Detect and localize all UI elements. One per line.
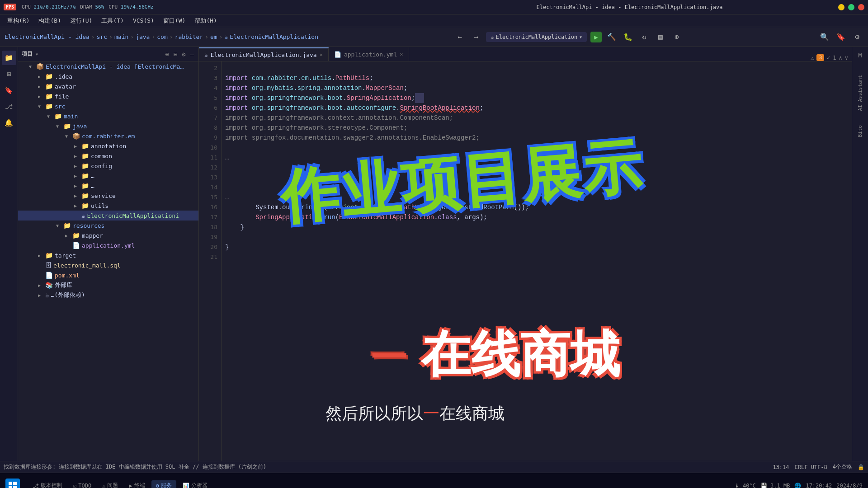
breadcrumb: ElectronicMallApi - idea › src › main › … <box>5 33 318 40</box>
tree-dropdown[interactable]: ▾ <box>35 51 38 57</box>
code-editor[interactable]: 2 3 4 5 6 7 8 9 10 11 12 13 14 15 16 17 … <box>199 61 852 461</box>
breadcrumb-em[interactable]: em <box>210 33 217 40</box>
tabs-bar: ☕ ElectronicMallApplication.java ✕ 📄 app… <box>199 47 852 61</box>
breadcrumb-rabbiter[interactable]: rabbiter <box>175 33 203 40</box>
tree-ext-libs[interactable]: ▶ 📚 外部库 <box>18 280 198 290</box>
status-bar: 找到数据库连接形参: 连接到数据库以在 IDE 中编辑数据并使用 SQL 补全 … <box>0 461 868 473</box>
menu-help[interactable]: 帮助(H) <box>191 16 220 26</box>
settings-button[interactable]: ⚙ <box>851 31 863 43</box>
tree-collapse-btn[interactable]: ⊟ <box>173 50 178 59</box>
tab-version-control[interactable]: ⎇ 版本控制 <box>28 480 67 488</box>
tree-mapper-res[interactable]: ▶ 📁 mapper <box>18 230 198 240</box>
tree-root[interactable]: ▼ 📦 ElectronicMallApi - idea [Electronic… <box>18 61 198 71</box>
menu-run[interactable]: 运行(U) <box>66 16 96 26</box>
build-button[interactable]: 🔨 <box>605 31 618 43</box>
tree-common[interactable]: ▶ 📁 common <box>18 151 198 161</box>
tab-main-close[interactable]: ✕ <box>320 52 323 58</box>
status-lock-icon: 🔒 <box>858 464 864 470</box>
git-icon[interactable]: ⎇ <box>2 99 16 114</box>
ai-assistant-panel[interactable]: AI Assistant <box>856 72 864 113</box>
breadcrumb-src[interactable]: src <box>97 33 107 40</box>
status-line-col[interactable]: 13:14 <box>773 464 789 470</box>
debug-button[interactable]: 🐛 <box>622 31 634 43</box>
maven-btn[interactable]: M <box>854 49 867 61</box>
nav-up[interactable]: ∧ <box>839 55 842 61</box>
tab-yaml-close[interactable]: ✕ <box>400 51 403 57</box>
tab-terminal[interactable]: ▶ 终端 <box>124 480 149 488</box>
menu-build[interactable]: 构建(B) <box>35 16 64 26</box>
tree-utils[interactable]: ▶ 📁 utils <box>18 201 198 211</box>
breadcrumb-java[interactable]: java <box>136 33 150 40</box>
run-button[interactable]: ▶ <box>590 32 601 42</box>
taskbar-date: 2024/8/9 <box>836 483 863 488</box>
structure-icon[interactable]: ⊞ <box>2 67 16 81</box>
tree-app-yaml[interactable]: 📄 application.yml <box>18 240 198 250</box>
tree-sql[interactable]: 🗄 electronic_mall.sql <box>18 260 198 270</box>
menu-window[interactable]: 窗口(W) <box>160 16 189 26</box>
analyzer-label: 分析器 <box>191 482 208 488</box>
tree-config[interactable]: ▶ 📁 config <box>18 161 198 171</box>
tree-entity[interactable]: ▶ 📁 … <box>18 181 198 191</box>
update-button[interactable]: ↻ <box>638 31 651 43</box>
status-indent[interactable]: 4个空格 <box>833 463 852 471</box>
project-view-icon[interactable]: 📁 <box>2 51 16 65</box>
tree-main-class[interactable]: ☕ ElectronicMallApplicationi <box>18 211 198 221</box>
coverage-button[interactable]: ▤ <box>654 31 667 43</box>
tree-resources[interactable]: ▼ 📁 resources <box>18 221 198 230</box>
tree-sdk[interactable]: ▶ ☕ …(外部依赖) <box>18 290 198 300</box>
tree-idea[interactable]: ▶ 📁 .idea <box>18 71 198 81</box>
minimize-button[interactable] <box>838 4 844 10</box>
bookmark-button[interactable]: 🔖 <box>835 31 847 43</box>
forward-button[interactable]: → <box>470 31 482 43</box>
tab-main-java[interactable]: ☕ ElectronicMallApplication.java ✕ <box>199 47 329 61</box>
tab-services[interactable]: ⚙ 服务 <box>151 480 176 488</box>
tree-settings-btn[interactable]: ⚙ <box>181 50 186 59</box>
code-content[interactable]: import com.rabbiter.em.utils.PathUtils; … <box>222 61 852 461</box>
svg-rect-1 <box>13 482 17 485</box>
terminal-label: 终端 <box>134 482 145 488</box>
notification-icon[interactable]: 🔔 <box>2 116 16 130</box>
breadcrumb-com[interactable]: com <box>157 33 167 40</box>
back-button[interactable]: ← <box>453 31 466 43</box>
profile-button[interactable]: ⊕ <box>670 31 683 43</box>
run-configuration[interactable]: ☕ ElectronicMallApplication ▾ <box>486 32 587 42</box>
tree-avatar-label: avatar <box>55 83 76 90</box>
search-button[interactable]: 🔍 <box>818 31 831 43</box>
tree-controller[interactable]: ▶ 📁 … <box>18 171 198 181</box>
menu-rebuild[interactable]: 重构(R) <box>4 16 33 26</box>
nav-down[interactable]: ∨ <box>845 55 848 61</box>
tree-com-rabbiter[interactable]: ▼ 📦 com.rabbiter.em <box>18 131 198 141</box>
breadcrumb-project[interactable]: ElectronicMallApi - idea <box>5 33 90 40</box>
bookmark-icon[interactable]: 🔖 <box>2 83 16 98</box>
tree-annotation-label: annotation <box>91 143 126 150</box>
tree-sdk-label: …(外部依赖) <box>51 291 85 299</box>
error-badge: 1 <box>833 55 836 61</box>
breadcrumb-class[interactable]: ElectronicMallApplication <box>230 33 318 40</box>
tree-main[interactable]: ▼ 📁 main <box>18 111 198 121</box>
tree-avatar[interactable]: ▶ 📁 avatar <box>18 81 198 91</box>
status-crlf[interactable]: CRLF UTF-8 <box>795 464 827 470</box>
tree-config-label: config <box>91 163 112 169</box>
tab-problems[interactable]: ⚠ 问题 <box>98 480 123 488</box>
tree-src[interactable]: ▼ 📁 src <box>18 101 198 111</box>
tree-close-btn[interactable]: — <box>189 50 195 59</box>
close-button[interactable] <box>858 4 864 10</box>
vc-icon: ⎇ <box>33 483 39 488</box>
tree-java[interactable]: ▼ 📁 java <box>18 121 198 131</box>
tree-pom[interactable]: 📄 pom.xml <box>18 270 198 280</box>
tree-service[interactable]: ▶ 📁 service <box>18 191 198 201</box>
menu-vcs[interactable]: VCS(S) <box>129 16 158 25</box>
tree-annotation[interactable]: ▶ 📁 annotation <box>18 141 198 151</box>
maximize-button[interactable] <box>848 4 854 10</box>
breadcrumb-main[interactable]: main <box>114 33 128 40</box>
tab-yaml[interactable]: 📄 application.yml ✕ <box>329 47 409 61</box>
tree-file[interactable]: ▶ 📁 file <box>18 91 198 101</box>
menu-tools[interactable]: 工具(T) <box>98 16 127 26</box>
bito-panel[interactable]: Bito <box>856 122 864 140</box>
tab-todo[interactable]: ☑ TODO <box>69 481 96 488</box>
tree-locate-btn[interactable]: ⊕ <box>164 50 170 59</box>
tree-main-class-label: ElectronicMallApplicationi <box>87 212 179 219</box>
tab-analyzer[interactable]: 📊 分析器 <box>178 480 212 488</box>
start-button[interactable] <box>5 479 20 488</box>
tree-target[interactable]: ▶ 📁 target <box>18 250 198 260</box>
